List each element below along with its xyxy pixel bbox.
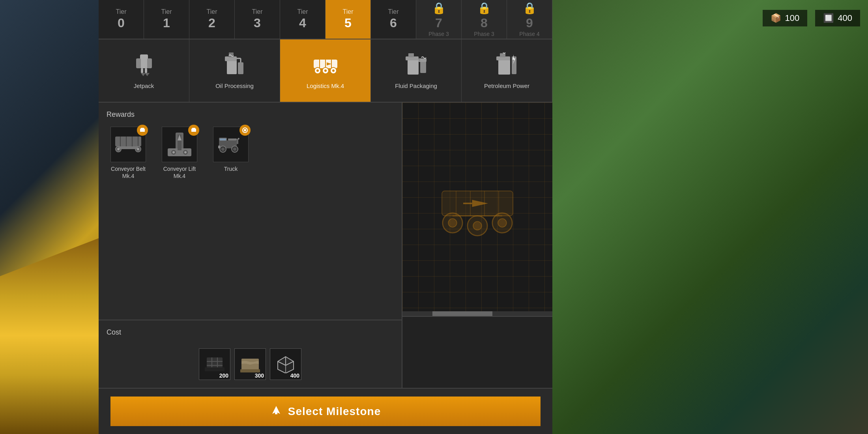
left-content: Rewards: [99, 103, 402, 388]
category-tab-fluid-packaging[interactable]: Fluid Packaging: [371, 39, 462, 102]
svg-point-23: [332, 69, 335, 72]
cost-amount-coal: 200: [219, 372, 228, 379]
svg-rect-48: [192, 128, 195, 129]
tier-tab-phase9[interactable]: 🔒 9 Phase 4: [507, 0, 552, 39]
select-milestone-button[interactable]: Select Milestone: [110, 397, 541, 426]
reward-badge-0: [137, 125, 148, 136]
svg-point-94: [448, 219, 457, 227]
svg-rect-62: [228, 138, 237, 140]
svg-marker-6: [145, 73, 150, 76]
lock-icon-9: 🔒: [523, 2, 537, 15]
tier-label-1: Tier: [161, 8, 172, 15]
rewards-section: Rewards: [99, 103, 402, 320]
svg-rect-7: [227, 60, 237, 74]
count-badge-1: 📦 100: [763, 10, 808, 26]
svg-rect-0: [140, 54, 148, 68]
count-icon-2: 🔲: [823, 13, 834, 23]
tier-tab-phase8[interactable]: 🔒 8 Phase 3: [462, 0, 507, 39]
svg-point-58: [244, 129, 246, 131]
svg-point-21: [316, 69, 319, 72]
svg-rect-1: [136, 58, 141, 68]
logistics-mk4-label: Logistics Mk.4: [307, 82, 344, 89]
tier-num-7: 7: [435, 15, 442, 30]
tier-num-0: 0: [118, 15, 125, 30]
milestone-btn-label: Select Milestone: [288, 405, 381, 418]
reward-icon-wrapper-2: [213, 127, 249, 162]
tier-num-5: 5: [344, 15, 352, 30]
svg-rect-2: [147, 58, 152, 68]
reward-badge-2: [239, 125, 251, 136]
tier-tabs: Tier 0 Tier 1 Tier 2 Tier 3 Tier 4 Tier …: [99, 0, 552, 39]
tier-label-2: Tier: [207, 8, 217, 15]
cost-section: Cost 200: [99, 320, 402, 388]
cost-items: 200 300: [107, 348, 394, 380]
tier-label-5: Tier: [343, 8, 354, 15]
svg-rect-68: [237, 139, 238, 144]
svg-rect-8: [238, 62, 243, 74]
svg-rect-99: [275, 411, 277, 414]
category-tab-jetpack[interactable]: Jetpack: [99, 39, 189, 102]
category-tab-oil-processing[interactable]: Oil Processing: [189, 39, 280, 102]
fluid-packaging-label: Fluid Packaging: [395, 82, 437, 89]
svg-rect-32: [500, 53, 505, 57]
preview-area: [402, 103, 552, 317]
phase-text-8: Phase 3: [474, 31, 494, 37]
tier-num-3: 3: [254, 15, 261, 30]
preview-scrollbar-thumb: [432, 311, 492, 316]
reward-name-conveyor-lift: Conveyor LiftMk.4: [163, 165, 196, 180]
tier-tab-1[interactable]: Tier 1: [144, 0, 189, 39]
cost-amount-frame: 400: [290, 372, 299, 379]
tier-tab-6[interactable]: Tier 6: [371, 0, 416, 39]
cost-item-wood: 300: [234, 348, 266, 380]
milestone-btn-row: Select Milestone: [99, 388, 552, 434]
reward-badge-1: [188, 125, 199, 136]
logistics-mk4-icon: [312, 52, 339, 79]
bg-left: [0, 0, 103, 434]
tier-tab-0[interactable]: Tier 0: [99, 0, 144, 39]
main-panel: Tier 0 Tier 1 Tier 2 Tier 3 Tier 4 Tier …: [99, 0, 552, 434]
svg-point-65: [221, 148, 224, 151]
tier-num-4: 4: [299, 15, 306, 30]
reward-name-conveyor-belt: Conveyor BeltMk.4: [111, 165, 146, 180]
tier-label-3: Tier: [252, 8, 263, 15]
svg-rect-24: [408, 60, 419, 75]
category-tab-petroleum-power[interactable]: Petroleum Power: [462, 39, 552, 102]
rewards-grid: Conveyor BeltMk.4: [107, 127, 394, 180]
lock-icon-8: 🔒: [477, 2, 491, 15]
svg-rect-67: [218, 146, 220, 148]
svg-rect-37: [115, 137, 141, 146]
category-tab-logistics-mk4[interactable]: Logistics Mk.4: [280, 39, 371, 102]
count-icon-1: 📦: [771, 13, 781, 23]
tier-num-9: 9: [526, 15, 533, 30]
tier-label-6: Tier: [388, 8, 399, 15]
tier-tab-2[interactable]: Tier 2: [189, 0, 235, 39]
svg-rect-61: [220, 138, 226, 140]
count-value-1: 100: [785, 13, 800, 23]
svg-rect-30: [498, 60, 510, 75]
tier-tab-5[interactable]: Tier 5: [326, 0, 371, 39]
tier-tab-3[interactable]: Tier 3: [235, 0, 280, 39]
reward-icon-wrapper-0: [110, 127, 146, 162]
tier-label-4: Tier: [297, 8, 308, 15]
svg-rect-36: [141, 128, 144, 129]
jetpack-icon: [132, 52, 156, 79]
svg-rect-44: [118, 146, 138, 149]
tier-tab-phase7[interactable]: 🔒 7 Phase 3: [416, 0, 462, 39]
cost-item-coal: 200: [199, 348, 230, 380]
preview-scrollbar[interactable]: [402, 311, 552, 316]
reward-conveyor-belt-mk4: Conveyor BeltMk.4: [107, 127, 150, 180]
rewards-label: Rewards: [107, 110, 394, 119]
phase-text-7: Phase 3: [428, 31, 449, 37]
svg-point-56: [184, 151, 187, 153]
oil-processing-label: Oil Processing: [215, 82, 254, 89]
petroleum-power-icon: [495, 52, 519, 79]
bg-right: [529, 0, 868, 434]
reward-truck: Truck: [209, 127, 253, 180]
tier-num-8: 8: [481, 15, 488, 30]
tier-tab-4[interactable]: Tier 4: [280, 0, 326, 39]
reward-conveyor-lift-mk4: Conveyor LiftMk.4: [158, 127, 201, 180]
petroleum-power-label: Petroleum Power: [484, 82, 529, 89]
cost-amount-wood: 300: [255, 372, 264, 379]
top-right-counts: 📦 100 🔲 400: [755, 4, 868, 32]
svg-rect-4: [145, 68, 147, 73]
